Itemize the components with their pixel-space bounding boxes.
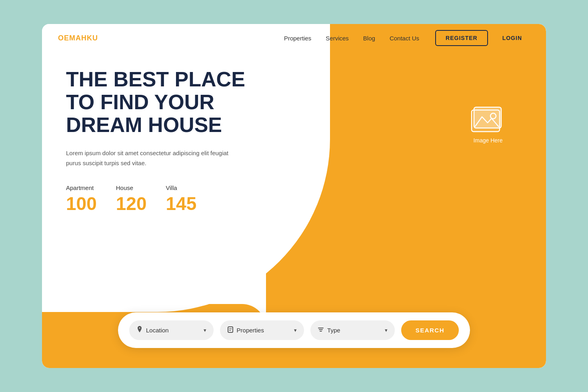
stat-villa-number: 145 [166, 193, 197, 214]
nav-links: Properties Services Blog Contact Us [284, 35, 419, 42]
properties-chevron-icon: ▾ [294, 327, 297, 333]
logo: OEMAHKU [58, 34, 98, 42]
stat-apartment-number: 100 [66, 193, 97, 214]
hero-title: THE BEST PLACE TO FIND YOUR DREAM HOUSE [66, 68, 245, 137]
stat-house-number: 120 [116, 193, 147, 214]
image-placeholder: Image Here [470, 104, 506, 144]
properties-label: Properties [237, 327, 291, 334]
register-button[interactable]: REGISTER [435, 30, 488, 46]
navbar: OEMAHKU Properties Services Blog Contact… [42, 24, 546, 52]
nav-contact[interactable]: Contact Us [390, 35, 419, 42]
location-chevron-icon: ▾ [204, 327, 206, 333]
location-icon [136, 326, 143, 334]
location-label: Location [146, 327, 200, 334]
type-icon [318, 326, 324, 334]
location-dropdown[interactable]: Location ▾ [129, 320, 214, 340]
stat-apartment: Apartment 100 [66, 184, 97, 214]
type-dropdown[interactable]: Type ▾ [310, 320, 395, 340]
nav-blog[interactable]: Blog [363, 35, 375, 42]
login-button[interactable]: LOGIN [494, 31, 530, 45]
nav-buttons: REGISTER LOGIN [435, 30, 530, 46]
nav-properties[interactable]: Properties [284, 35, 311, 42]
stat-house: House 120 [116, 184, 147, 214]
search-container: Location ▾ Properties ▾ Type ▾ [118, 312, 470, 348]
page-container: OEMAHKU Properties Services Blog Contact… [42, 24, 546, 368]
properties-icon [227, 326, 234, 334]
hero-content: THE BEST PLACE TO FIND YOUR DREAM HOUSE … [66, 68, 245, 214]
svg-rect-3 [228, 327, 233, 332]
type-chevron-icon: ▾ [385, 327, 388, 333]
stats-row: Apartment 100 House 120 Villa 145 [66, 184, 245, 214]
stat-house-label: House [116, 184, 147, 191]
stat-villa-label: Villa [166, 184, 197, 191]
stat-villa: Villa 145 [166, 184, 197, 214]
image-icon [470, 104, 506, 134]
image-label: Image Here [473, 137, 502, 144]
properties-dropdown[interactable]: Properties ▾ [220, 320, 304, 340]
hero-description: Lorem ipsum dolor sit amet consectetur a… [66, 148, 234, 168]
type-label: Type [327, 327, 382, 334]
nav-services[interactable]: Services [326, 35, 349, 42]
search-button[interactable]: SEARCH [401, 320, 459, 340]
stat-apartment-label: Apartment [66, 184, 97, 191]
